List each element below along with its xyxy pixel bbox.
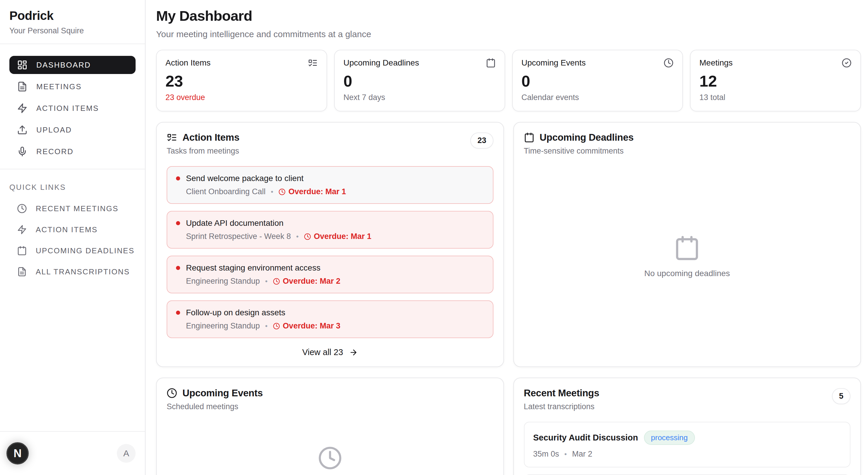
stat-card-upcoming-events[interactable]: Upcoming Events 0 Calendar events — [512, 50, 683, 111]
action-item-title: Update API documentation — [186, 218, 283, 228]
sidebar: Podrick Your Personal Squire DASHBOARD M… — [0, 0, 146, 475]
sidebar-item-label: ACTION ITEMS — [36, 104, 99, 113]
stat-label: Upcoming Events — [522, 58, 586, 68]
status-badge: processing — [644, 431, 695, 445]
action-item-row[interactable]: Request staging environment access Engin… — [167, 256, 493, 293]
upload-icon — [17, 125, 28, 135]
clock-icon — [273, 278, 280, 285]
view-all-label: View all 23 — [302, 347, 343, 357]
page-subtitle: Your meeting intelligence and commitment… — [156, 29, 861, 39]
action-items-list: Send welcome package to client Client On… — [167, 166, 493, 338]
stat-sub: Next 7 days — [343, 93, 496, 102]
quick-link-label: UPCOMING DEADLINES — [36, 246, 134, 255]
empty-state-text: No upcoming deadlines — [644, 269, 730, 278]
quick-link-recent-meetings[interactable]: RECENT MEETINGS — [9, 200, 135, 217]
upcoming-deadlines-panel: Upcoming Deadlines Time-sensitive commit… — [514, 122, 861, 367]
meta-separator: • — [564, 450, 567, 458]
action-item-row[interactable]: Follow-up on design assets Engineering S… — [167, 300, 493, 338]
clock-icon — [167, 388, 177, 398]
stat-sub: 13 total — [699, 93, 851, 102]
avatar[interactable]: A — [117, 444, 135, 463]
quick-link-upcoming-deadlines[interactable]: UPCOMING DEADLINES — [9, 242, 135, 260]
sidebar-item-label: MEETINGS — [36, 82, 82, 91]
recent-meetings-count-badge: 5 — [832, 388, 850, 404]
calendar-icon — [674, 235, 700, 261]
panel-title: Recent Meetings — [524, 387, 599, 399]
action-item-meeting: Client Onboarding Call — [186, 187, 266, 196]
sidebar-item-record[interactable]: RECORD — [9, 142, 135, 161]
panel-title: Action Items — [182, 132, 239, 143]
clock-icon — [304, 233, 311, 240]
sidebar-nav: DASHBOARD MEETINGS ACTION ITEMS UPLOAD R… — [9, 56, 135, 161]
check-circle-icon — [842, 58, 851, 68]
action-item-meeting: Engineering Standup — [186, 321, 260, 331]
panel-title: Upcoming Deadlines — [540, 132, 634, 143]
recent-meetings-list: Security Audit Discussion processing 35m… — [524, 422, 851, 475]
main-content: My Dashboard Your meeting intelligence a… — [146, 0, 868, 475]
list-todo-icon — [308, 58, 318, 68]
events-empty-state: No upcoming calendar events — [167, 411, 493, 475]
quick-links: RECENT MEETINGS ACTION ITEMS UPCOMING DE… — [9, 200, 135, 281]
arrow-right-icon — [349, 348, 358, 357]
action-items-count-badge: 23 — [470, 133, 493, 148]
dashboard-grid-icon — [17, 60, 28, 70]
stat-card-meetings[interactable]: Meetings 12 13 total — [690, 50, 861, 111]
stat-value: 0 — [522, 73, 674, 89]
sidebar-item-label: UPLOAD — [36, 126, 72, 135]
zap-icon — [17, 225, 27, 235]
action-item-meeting: Engineering Standup — [186, 277, 260, 286]
clock-icon — [273, 323, 280, 330]
action-item-due: Overdue: Mar 2 — [273, 277, 341, 286]
sidebar-item-upload[interactable]: UPLOAD — [9, 121, 135, 139]
clock-icon — [17, 204, 27, 213]
action-item-due-text: Overdue: Mar 1 — [314, 232, 372, 241]
brand: Podrick Your Personal Squire — [9, 9, 135, 35]
sidebar-footer: N A — [9, 423, 135, 465]
stat-label: Upcoming Deadlines — [343, 58, 419, 68]
meeting-row[interactable]: Security Audit Discussion processing 35m… — [524, 422, 851, 467]
clock-icon — [279, 189, 285, 195]
recent-meetings-panel: 5 Recent Meetings Latest transcriptions … — [514, 378, 861, 475]
meeting-duration: 35m 0s — [533, 449, 559, 459]
quick-link-label: RECENT MEETINGS — [36, 204, 118, 213]
meeting-title: Security Audit Discussion — [533, 433, 638, 443]
action-item-title: Send welcome package to client — [186, 174, 304, 183]
meta-separator: • — [271, 188, 273, 196]
stat-sub: 23 overdue — [165, 93, 318, 102]
action-item-due: Overdue: Mar 3 — [273, 321, 341, 331]
overdue-dot-icon — [176, 266, 180, 270]
stat-label: Action Items — [165, 58, 211, 68]
meta-separator: • — [265, 277, 267, 285]
divider — [0, 169, 145, 169]
quick-link-all-transcriptions[interactable]: ALL TRANSCRIPTIONS — [9, 263, 135, 281]
divider — [0, 43, 145, 44]
action-item-title: Request staging environment access — [186, 263, 320, 273]
action-item-row[interactable]: Update API documentation Sprint Retrospe… — [167, 211, 493, 249]
meta-separator: • — [296, 233, 299, 241]
sidebar-item-dashboard[interactable]: DASHBOARD — [9, 56, 135, 74]
file-text-icon — [17, 267, 27, 277]
sidebar-item-action-items[interactable]: ACTION ITEMS — [9, 99, 135, 117]
quick-link-action-items[interactable]: ACTION ITEMS — [9, 220, 135, 239]
panel-subtitle: Scheduled meetings — [167, 402, 493, 411]
meeting-date: Mar 2 — [572, 449, 592, 459]
stat-card-action-items[interactable]: Action Items 23 23 overdue — [156, 50, 327, 111]
sidebar-item-meetings[interactable]: MEETINGS — [9, 77, 135, 96]
action-items-panel: 23 Action Items Tasks from meetings Send… — [156, 122, 504, 367]
stat-sub: Calendar events — [522, 93, 674, 102]
action-item-due: Overdue: Mar 1 — [304, 232, 372, 241]
action-item-title: Follow-up on design assets — [186, 308, 285, 317]
calendar-icon — [17, 246, 27, 256]
quick-link-label: ACTION ITEMS — [36, 225, 97, 234]
view-all-link[interactable]: View all 23 — [167, 347, 493, 357]
panel-subtitle: Tasks from meetings — [167, 146, 493, 156]
action-item-row[interactable]: Send welcome package to client Client On… — [167, 166, 493, 204]
quick-links-title: QUICK LINKS — [9, 183, 135, 192]
action-item-due-text: Overdue: Mar 1 — [288, 187, 346, 196]
panel-title: Upcoming Events — [182, 387, 263, 399]
stat-card-upcoming-deadlines[interactable]: Upcoming Deadlines 0 Next 7 days — [334, 50, 505, 111]
dev-tools-badge[interactable]: N — [6, 442, 29, 465]
panel-subtitle: Latest transcriptions — [524, 402, 851, 411]
microphone-icon — [17, 146, 28, 157]
action-item-due-text: Overdue: Mar 3 — [283, 321, 341, 331]
